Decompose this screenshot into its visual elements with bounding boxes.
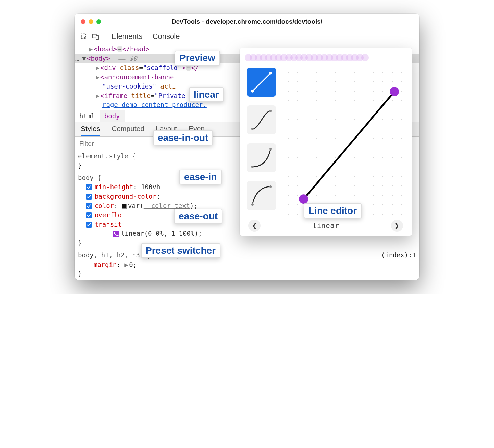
subtab-styles[interactable]: Styles (81, 125, 100, 136)
source-link[interactable]: (index):1 (381, 251, 416, 260)
svg-rect-2 (96, 35, 98, 39)
svg-point-11 (269, 185, 272, 188)
callout-preset-switcher: Preset switcher (141, 243, 220, 258)
switcher-label: linear (313, 222, 339, 230)
preview-strip: document.write(Array.from({length:24},()… (240, 48, 412, 64)
callout-ease-out: ease-out (174, 209, 222, 224)
preset-switcher: ❮ linear ❯ (240, 218, 412, 232)
inspect-icon[interactable] (79, 33, 89, 42)
line-editor[interactable] (283, 68, 404, 216)
titlebar: DevTools - developer.chrome.com/docs/dev… (75, 14, 419, 30)
devtools-window: DevTools - developer.chrome.com/docs/dev… (75, 14, 419, 280)
color-swatch-icon[interactable] (122, 204, 127, 209)
easing-icon[interactable] (113, 231, 119, 237)
preset-ease-out[interactable] (247, 181, 276, 210)
svg-line-3 (252, 73, 270, 91)
crumb-html[interactable]: html (75, 110, 100, 122)
svg-point-8 (251, 166, 254, 168)
prev-button[interactable]: ❮ (248, 220, 261, 232)
callout-preview: Preview (175, 51, 220, 66)
preset-ease-in[interactable] (247, 143, 276, 172)
panel-tabs: Elements Console (110, 31, 183, 44)
svg-point-14 (390, 87, 399, 96)
svg-point-4 (251, 90, 254, 92)
svg-point-13 (299, 194, 308, 204)
checkbox-icon[interactable] (86, 222, 92, 228)
minimize-icon[interactable] (89, 19, 93, 24)
window-title: DevTools - developer.chrome.com/docs/dev… (80, 18, 414, 25)
callout-ease-in: ease-in (179, 170, 222, 184)
crumb-body[interactable]: body (100, 110, 125, 122)
rule-body-margin[interactable]: (index):1 bodybody, h1, h2, h3, p, pre {… (75, 249, 419, 280)
next-button[interactable]: ❯ (391, 220, 403, 232)
zoom-icon[interactable] (96, 19, 101, 24)
preset-ease-in-out[interactable] (247, 105, 276, 134)
preset-linear[interactable] (247, 68, 276, 97)
checkbox-icon[interactable] (86, 194, 92, 200)
chevron-left-icon: ❮ (252, 222, 257, 229)
callout-ease-in-out: ease-in-out (153, 130, 213, 145)
svg-point-5 (269, 72, 272, 74)
checkbox-icon[interactable] (86, 203, 92, 209)
subtab-computed[interactable]: Computed (112, 125, 144, 136)
callout-line-editor: Line editor (304, 203, 362, 218)
svg-point-7 (269, 110, 272, 112)
divider (105, 33, 105, 42)
chevron-right-icon: ❯ (394, 222, 399, 229)
checkbox-icon[interactable] (86, 184, 92, 190)
close-icon[interactable] (81, 19, 85, 24)
device-icon[interactable] (91, 33, 100, 42)
callout-linear: linear (189, 87, 224, 102)
svg-point-9 (269, 148, 272, 150)
tab-console[interactable]: Console (153, 32, 180, 41)
checkbox-icon[interactable] (86, 212, 92, 218)
svg-point-10 (251, 203, 254, 206)
tab-elements[interactable]: Elements (112, 32, 143, 41)
traffic-lights (81, 19, 101, 24)
toolbar: Elements Console (75, 30, 419, 44)
svg-point-6 (251, 128, 254, 130)
svg-line-12 (304, 92, 394, 199)
preset-column (247, 68, 276, 216)
